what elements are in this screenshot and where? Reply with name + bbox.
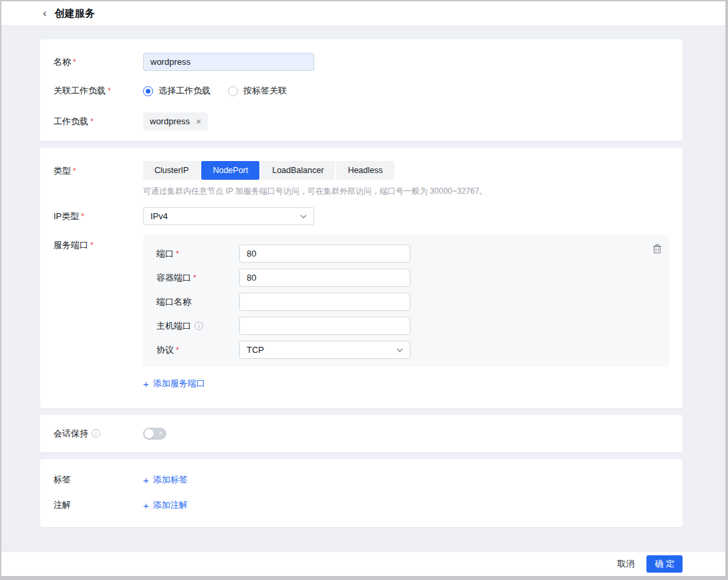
service-ports-label: 服务端口* (53, 235, 143, 251)
type-row: 类型* ClusterIP NodePort LoadBalancer Head… (53, 161, 669, 180)
port-name-input[interactable] (239, 293, 410, 311)
container-port-input[interactable] (239, 269, 410, 287)
host-port-input[interactable] (239, 317, 410, 335)
info-icon[interactable] (195, 321, 203, 330)
required-mark: * (176, 345, 179, 355)
workload-row: 工作负载* wordpress × (53, 112, 669, 130)
port-input[interactable] (239, 245, 410, 263)
ip-type-value: IPv4 (150, 211, 168, 221)
tag-remove-icon[interactable]: × (196, 117, 201, 126)
ip-type-label: IP类型* (53, 210, 143, 223)
form-content: 名称* 关联工作负载* 选择工作负载 按标签关联 工作负载 (1, 26, 725, 551)
name-label: 名称* (53, 56, 143, 68)
required-mark: * (73, 166, 76, 176)
required-mark: * (73, 57, 76, 67)
tab-headless[interactable]: Headless (336, 161, 394, 180)
cancel-button[interactable]: 取消 (610, 555, 641, 573)
workload-label: 工作负载* (53, 116, 143, 128)
service-port-panel: 端口* 容器端口* 端口名称 (143, 235, 669, 367)
port-name-label: 端口名称 (156, 296, 239, 308)
workload-tag: wordpress × (143, 112, 208, 130)
type-label: 类型* (53, 161, 143, 177)
radio-on-icon (143, 86, 153, 96)
back-icon[interactable]: ‹ (43, 7, 47, 20)
container-port-field-row: 容器端口* (156, 269, 656, 287)
type-tabs: ClusterIP NodePort LoadBalancer Headless (143, 161, 394, 180)
create-service-page: ‹ 创建服务 名称* 关联工作负载* 选择工作负载 (0, 0, 728, 580)
host-port-label: 主机端口 (156, 320, 239, 332)
chevron-down-icon (300, 214, 307, 219)
labels-row: 标签 + 添加标签 (53, 474, 669, 486)
basic-info-card: 名称* 关联工作负载* 选择工作负载 按标签关联 工作负载 (40, 39, 683, 141)
info-icon[interactable] (92, 429, 100, 438)
plus-icon: + (143, 500, 149, 511)
labels-label: 标签 (53, 474, 143, 486)
protocol-field-row: 协议* TCP (156, 341, 656, 359)
required-mark: * (193, 273, 197, 283)
type-description: 可通过集群内任意节点 IP 加服务端口号访问，可在集群外部访问，端口号一般为 3… (143, 186, 669, 197)
required-mark: * (176, 249, 179, 259)
page-title: 创建服务 (55, 7, 95, 20)
chevron-down-icon (396, 348, 403, 352)
port-name-field-row: 端口名称 (156, 293, 656, 311)
session-affinity-label: 会话保持 (53, 428, 143, 440)
required-mark: * (108, 86, 111, 96)
delete-port-icon[interactable] (652, 244, 662, 254)
workload-assoc-label: 关联工作负载* (53, 85, 143, 97)
session-affinity-card: 会话保持 × (40, 415, 683, 452)
plus-icon: + (143, 475, 149, 485)
session-affinity-toggle[interactable]: × (143, 428, 166, 440)
protocol-label: 协议* (156, 344, 239, 356)
add-label-link[interactable]: + 添加标签 (143, 474, 188, 486)
port-field-row: 端口* (156, 245, 656, 263)
service-type-card: 类型* ClusterIP NodePort LoadBalancer Head… (40, 148, 683, 408)
labels-annotations-card: 标签 + 添加标签 注解 + 添加注解 (40, 459, 683, 527)
ip-type-row: IP类型* IPv4 (53, 207, 669, 225)
confirm-button[interactable]: 确 定 (646, 555, 683, 573)
port-label: 端口* (156, 248, 239, 260)
annotations-label: 注解 (53, 499, 143, 511)
toggle-off-icon: × (158, 430, 162, 438)
add-annotation-link[interactable]: + 添加注解 (143, 499, 188, 511)
radio-by-label[interactable]: 按标签关联 (228, 85, 287, 97)
tab-clusterip[interactable]: ClusterIP (143, 161, 200, 180)
required-mark: * (90, 241, 94, 250)
protocol-value: TCP (247, 345, 264, 355)
name-row: 名称* (53, 53, 669, 71)
footer-bar: 取消 确 定 (1, 551, 725, 576)
page-header: ‹ 创建服务 (1, 1, 725, 26)
protocol-select[interactable]: TCP (239, 341, 410, 359)
radio-label: 选择工作负载 (158, 85, 211, 97)
required-mark: * (81, 212, 84, 221)
host-port-field-row: 主机端口 (156, 317, 656, 335)
annotations-row: 注解 + 添加注解 (53, 499, 669, 511)
radio-select-workload[interactable]: 选择工作负载 (143, 85, 211, 97)
name-input[interactable] (143, 53, 314, 71)
service-ports-row: 服务端口* 端口* (53, 235, 669, 367)
required-mark: * (90, 117, 94, 126)
radio-label: 按标签关联 (243, 85, 287, 97)
tab-nodeport[interactable]: NodePort (201, 161, 259, 180)
workload-tag-text: wordpress (150, 116, 190, 126)
add-port-row: + 添加服务端口 (143, 378, 669, 390)
session-affinity-row: 会话保持 × (53, 428, 669, 440)
ip-type-select[interactable]: IPv4 (143, 207, 314, 225)
add-service-port-link[interactable]: + 添加服务端口 (143, 378, 205, 390)
container-port-label: 容器端口* (156, 272, 239, 284)
tab-loadbalancer[interactable]: LoadBalancer (261, 161, 335, 180)
radio-off-icon (228, 86, 238, 96)
plus-icon: + (143, 379, 149, 389)
workload-assoc-row: 关联工作负载* 选择工作负载 按标签关联 (53, 85, 669, 97)
